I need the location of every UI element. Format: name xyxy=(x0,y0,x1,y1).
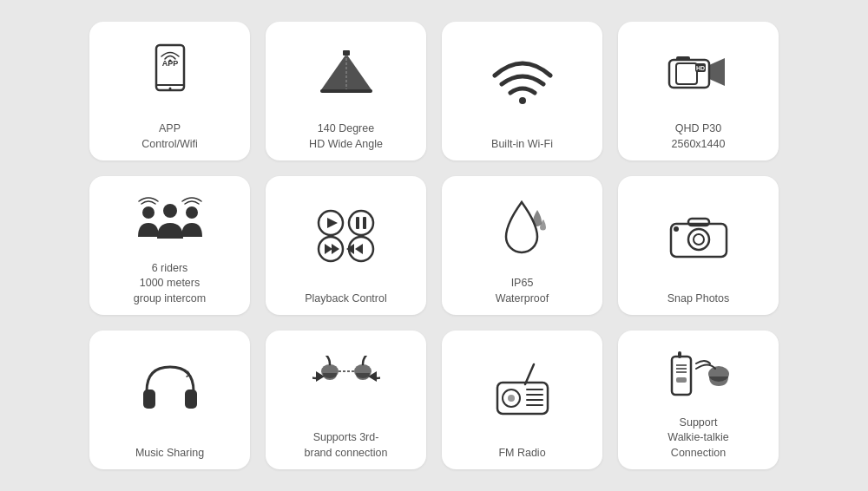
svg-marker-25 xyxy=(325,244,332,254)
waterproof-label: IP65 Waterproof xyxy=(496,276,549,306)
svg-point-2 xyxy=(168,87,171,89)
walkie-talkie-label: Support Walkie-talkie Connection xyxy=(667,416,728,462)
svg-point-9 xyxy=(519,97,526,104)
svg-point-21 xyxy=(349,211,373,235)
waterproof-icon xyxy=(494,187,550,269)
music-sharing-label: Music Sharing xyxy=(135,446,204,462)
playback-icon xyxy=(313,187,378,285)
svg-marker-29 xyxy=(355,244,363,254)
card-qhd-p30: HD QHD P30 2560x1440 xyxy=(618,22,779,160)
card-snap-photos: Snap Photos xyxy=(618,176,779,315)
app-wifi-icon: APP xyxy=(144,32,196,115)
svg-rect-8 xyxy=(343,50,350,56)
svg-point-34 xyxy=(674,226,679,232)
playback-control-label: Playback Control xyxy=(305,291,387,307)
svg-rect-35 xyxy=(143,390,155,409)
svg-marker-26 xyxy=(332,244,339,254)
svg-point-4 xyxy=(168,59,171,62)
svg-point-17 xyxy=(163,204,177,218)
svg-rect-22 xyxy=(356,217,359,229)
card-group-intercom: 6 riders 1000 meters group intercom xyxy=(89,176,250,315)
svg-rect-23 xyxy=(363,217,366,229)
svg-rect-52 xyxy=(678,351,681,358)
card-app-control-wifi: APP APP Control/Wifi xyxy=(89,22,250,160)
svg-point-18 xyxy=(186,206,198,219)
brand-connect-icon xyxy=(312,341,380,423)
video-camera-icon: HD xyxy=(667,32,730,115)
group-intercom-label: 6 riders 1000 meters group intercom xyxy=(134,261,206,307)
svg-rect-44 xyxy=(497,383,548,414)
svg-rect-15 xyxy=(676,56,690,61)
svg-marker-20 xyxy=(327,218,338,228)
wifi-icon xyxy=(491,32,554,130)
qhd-p30-label: QHD P30 2560x1440 xyxy=(672,121,726,152)
headphones-icon: ♪ xyxy=(140,341,201,439)
intercom-icon xyxy=(136,187,204,254)
svg-rect-31 xyxy=(688,219,709,226)
svg-point-33 xyxy=(694,234,704,245)
wide-angle-icon xyxy=(316,32,377,115)
card-built-in-wifi: Built-in Wi-Fi xyxy=(442,22,602,160)
svg-point-16 xyxy=(142,206,155,219)
svg-rect-51 xyxy=(672,357,691,395)
svg-line-43 xyxy=(525,364,534,384)
card-waterproof: IP65 Waterproof xyxy=(442,176,602,315)
svg-marker-14 xyxy=(709,58,725,86)
card-music-sharing: ♪ Music Sharing xyxy=(89,331,250,469)
svg-text:HD: HD xyxy=(695,65,704,71)
fm-radio-label: FM Radio xyxy=(498,446,545,462)
3rd-brand-label: Supports 3rd- brand connection xyxy=(305,430,388,461)
svg-rect-7 xyxy=(320,89,372,93)
walkie-talkie-icon xyxy=(665,341,733,409)
card-fm-radio: FM Radio xyxy=(442,331,602,469)
svg-point-32 xyxy=(688,229,709,250)
card-3rd-brand: Supports 3rd- brand connection xyxy=(266,331,426,469)
hd-wide-angle-label: 140 Degree HD Wide Angle xyxy=(309,121,383,152)
card-playback-control: Playback Control xyxy=(266,176,426,315)
camera-icon xyxy=(667,187,730,285)
svg-rect-11 xyxy=(676,63,697,84)
card-hd-wide-angle: 140 Degree HD Wide Angle xyxy=(266,22,426,160)
svg-point-46 xyxy=(508,395,515,402)
svg-rect-56 xyxy=(676,377,687,383)
radio-icon xyxy=(492,341,553,439)
svg-rect-36 xyxy=(185,390,197,409)
svg-text:♪: ♪ xyxy=(185,366,191,380)
built-in-wifi-label: Built-in Wi-Fi xyxy=(491,137,553,153)
snap-photos-label: Snap Photos xyxy=(667,291,730,307)
app-control-wifi-label: APP Control/Wifi xyxy=(141,121,198,152)
feature-grid: APP APP Control/Wifi 14 xyxy=(72,4,796,487)
card-walkie-talkie: Support Walkie-talkie Connection xyxy=(618,331,779,469)
